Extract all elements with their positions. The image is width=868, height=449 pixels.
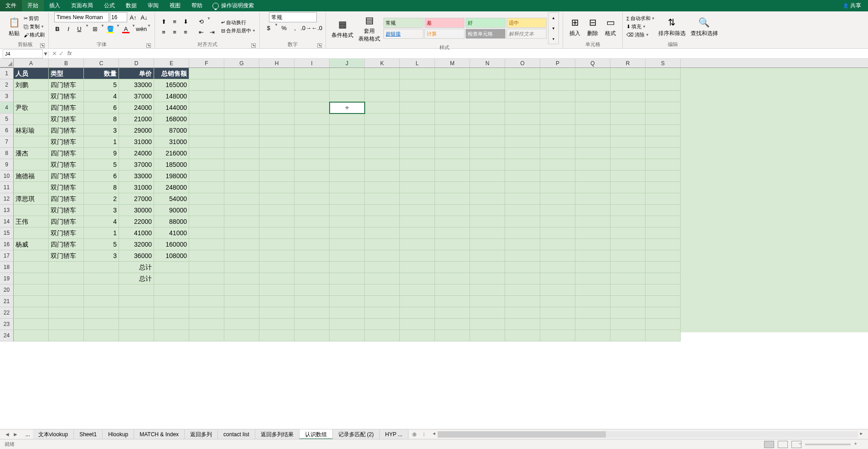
find-select-button[interactable]: 🔍查找和选择: [689, 15, 720, 38]
cell-O5[interactable]: [505, 114, 540, 125]
sheet-tab[interactable]: Sheet1: [74, 429, 103, 439]
cell-P13[interactable]: [540, 205, 575, 216]
cell-D20[interactable]: [119, 284, 154, 296]
cell-R9[interactable]: [610, 159, 646, 170]
format-painter-button[interactable]: 🖌格式刷: [24, 31, 45, 39]
cell-G14[interactable]: [224, 216, 259, 227]
cell-A22[interactable]: [14, 307, 49, 319]
cell-F20[interactable]: [189, 284, 224, 296]
delete-cells-button[interactable]: ⊟删除: [584, 15, 601, 38]
cell-R19[interactable]: [610, 273, 646, 284]
cell-R3[interactable]: [610, 91, 646, 102]
cell-F1[interactable]: [189, 68, 224, 79]
style-good[interactable]: 好: [465, 18, 506, 28]
align-right-button[interactable]: ≡: [181, 27, 191, 37]
cell-K22[interactable]: [365, 307, 400, 319]
cell-B3[interactable]: 双门轿车: [49, 91, 84, 102]
horizontal-scrollbar[interactable]: [438, 431, 858, 438]
row-header-7[interactable]: 7: [0, 136, 14, 148]
increase-indent-button[interactable]: ⇥: [207, 27, 217, 37]
cell-M16[interactable]: [435, 239, 470, 250]
name-box-dropdown[interactable]: ▼: [43, 51, 48, 57]
style-normal[interactable]: 常规: [383, 18, 424, 28]
cell-A20[interactable]: [14, 284, 49, 296]
cell-I12[interactable]: [294, 193, 330, 205]
cell-G12[interactable]: [224, 193, 259, 205]
cell-O17[interactable]: [505, 250, 540, 262]
cell-P5[interactable]: [540, 114, 575, 125]
style-scroll-up[interactable]: ▲: [548, 13, 558, 23]
cell-D22[interactable]: [119, 307, 154, 319]
cell-B9[interactable]: 双门轿车: [49, 159, 84, 170]
border-button[interactable]: ⊞: [90, 24, 100, 34]
cell-B23[interactable]: [49, 319, 84, 330]
cell-D11[interactable]: 31000: [119, 182, 154, 193]
cell-F11[interactable]: [189, 182, 224, 193]
column-header-H[interactable]: H: [259, 59, 294, 67]
cell-E20[interactable]: [154, 284, 189, 296]
cell-L20[interactable]: [400, 284, 435, 296]
cell-E8[interactable]: 216000: [154, 148, 189, 159]
cell-D10[interactable]: 33000: [119, 170, 154, 182]
cell-Q15[interactable]: [575, 227, 610, 239]
cell-K15[interactable]: [365, 227, 400, 239]
cell-H11[interactable]: [259, 182, 294, 193]
cell-S1[interactable]: [646, 68, 681, 79]
cell-K3[interactable]: [365, 91, 400, 102]
cell-S20[interactable]: [646, 284, 681, 296]
orientation-button[interactable]: ⟲: [196, 16, 206, 26]
cancel-formula-button[interactable]: ✕: [52, 50, 57, 57]
cell-C20[interactable]: [84, 284, 119, 296]
cell-S8[interactable]: [646, 148, 681, 159]
cell-A24[interactable]: [14, 330, 49, 341]
cell-D8[interactable]: 24000: [119, 148, 154, 159]
cell-B16[interactable]: 四门轿车: [49, 239, 84, 250]
cell-D12[interactable]: 27000: [119, 193, 154, 205]
cell-J15[interactable]: [330, 227, 365, 239]
name-box[interactable]: [3, 49, 43, 58]
cell-I24[interactable]: [294, 330, 330, 341]
cell-J5[interactable]: [330, 114, 365, 125]
cell-H9[interactable]: [259, 159, 294, 170]
cell-B24[interactable]: [49, 330, 84, 341]
cell-A18[interactable]: [14, 262, 49, 273]
cell-E17[interactable]: 108000: [154, 250, 189, 262]
column-header-M[interactable]: M: [435, 59, 470, 67]
cell-F9[interactable]: [189, 159, 224, 170]
cell-A15[interactable]: [14, 227, 49, 239]
row-header-24[interactable]: 24: [0, 330, 14, 341]
cell-Q23[interactable]: [575, 319, 610, 330]
cell-R21[interactable]: [610, 296, 646, 307]
cell-A6[interactable]: 林彩瑜: [14, 125, 49, 136]
cell-E5[interactable]: 168000: [154, 114, 189, 125]
wrap-text-button[interactable]: ↵自动换行: [221, 19, 256, 26]
cell-H17[interactable]: [259, 250, 294, 262]
cell-L9[interactable]: [400, 159, 435, 170]
cell-C9[interactable]: 5: [84, 159, 119, 170]
sheet-overflow[interactable]: ...: [23, 431, 33, 438]
cell-B12[interactable]: 四门轿车: [49, 193, 84, 205]
sheet-tab[interactable]: MATCH & Index: [134, 429, 185, 439]
tab-review[interactable]: 审阅: [142, 0, 164, 11]
tab-file[interactable]: 文件: [0, 0, 22, 11]
cell-M7[interactable]: [435, 136, 470, 148]
cell-L19[interactable]: [400, 273, 435, 284]
cell-G21[interactable]: [224, 296, 259, 307]
cell-A3[interactable]: [14, 91, 49, 102]
cell-D19[interactable]: 总计: [119, 273, 154, 284]
cell-E2[interactable]: 165000: [154, 79, 189, 91]
cell-M10[interactable]: [435, 170, 470, 182]
cell-H16[interactable]: [259, 239, 294, 250]
cell-O1[interactable]: [505, 68, 540, 79]
cell-E19[interactable]: [154, 273, 189, 284]
cell-I13[interactable]: [294, 205, 330, 216]
select-all-corner[interactable]: [0, 59, 14, 67]
cell-R1[interactable]: [610, 68, 646, 79]
cell-L14[interactable]: [400, 216, 435, 227]
cell-J7[interactable]: [330, 136, 365, 148]
cell-S19[interactable]: [646, 273, 681, 284]
cell-R22[interactable]: [610, 307, 646, 319]
cell-B20[interactable]: [49, 284, 84, 296]
align-middle-button[interactable]: ≡: [170, 16, 180, 26]
cell-H3[interactable]: [259, 91, 294, 102]
